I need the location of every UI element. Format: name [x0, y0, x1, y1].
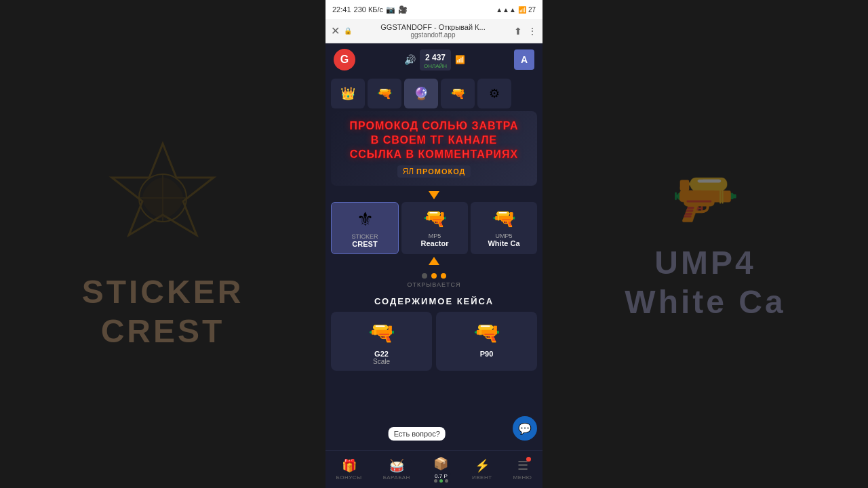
- promo-badge-label: ПРОМОКОД: [416, 167, 465, 176]
- browser-url-bar[interactable]: GGSTANDOFF - Открывай К... ggstandoff.ap…: [356, 23, 510, 39]
- bg-left-text: STICKER CREST: [82, 272, 244, 350]
- chat-bubble-button[interactable]: 💬: [513, 416, 537, 441]
- nav-dot-1: [439, 479, 443, 483]
- nav-case-badge: 0.7 Р: [431, 472, 451, 483]
- nav-bonuses-label: БОНУСЫ: [336, 474, 362, 481]
- dot-2: [441, 273, 446, 279]
- browser-share-icon[interactable]: ⬆: [514, 26, 522, 37]
- case-tab-2[interactable]: 🔮: [404, 79, 438, 108]
- bottom-nav: 🎁 БОНУСЫ 🥁 БАРАБАН 📦 0.7 Р: [326, 450, 542, 488]
- nav-dot-0: [434, 479, 437, 483]
- support-text: Есть вопрос?: [389, 427, 446, 441]
- user-avatar[interactable]: A: [514, 49, 534, 70]
- browser-bar: ✕ 🔒 GGSTANDOFF - Открывай К... ggstandof…: [326, 19, 542, 43]
- nav-menu-label: МЕНЮ: [513, 474, 532, 481]
- background-left: STICKER CREST: [0, 0, 326, 488]
- dot-1: [431, 273, 437, 279]
- app-content: G 🔊 2 437 ОНЛАЙН 📶 A 👑 🔫 🔮 🔫 ⚙ ПРОМОКОД …: [326, 43, 542, 488]
- nav-event-icon: ⚡: [475, 458, 490, 473]
- item-card-0[interactable]: 🔫 G22 Scale: [331, 312, 432, 371]
- nav-drum[interactable]: 🥁 БАРАБАН: [383, 458, 410, 481]
- spin-section: ⚜ STICKER CREST 🔫 MP5 Reactor 🔫 UMP5 Whi…: [326, 186, 542, 270]
- content-section: СОДЕРЖИМОЕ КЕЙСА 🔫 G22 Scale 🔫 P90: [326, 291, 542, 450]
- items-grid: 🔫 G22 Scale 🔫 P90: [331, 312, 537, 371]
- spin-item-2-name: White Ca: [488, 239, 519, 247]
- opens-label: ОТКРЫВАЕТСЯ: [326, 281, 542, 291]
- bg-emblem: [102, 137, 224, 259]
- video-icon: 🎥: [398, 5, 408, 14]
- sound-icon[interactable]: 🔊: [404, 54, 416, 65]
- nav-case[interactable]: 📦 0.7 Р: [431, 456, 451, 483]
- chat-bubble-icon: 💬: [518, 422, 532, 435]
- dots-row: [326, 270, 542, 281]
- content-title: СОДЕРЖИМОЕ КЕЙСА: [331, 296, 537, 306]
- nav-drum-label: БАРАБАН: [383, 474, 410, 481]
- spin-indicator-bottom: [429, 257, 439, 265]
- case-tab-3[interactable]: 🔫: [441, 79, 475, 108]
- wifi-icon: 📶: [455, 55, 465, 64]
- case-tab-1[interactable]: 🔫: [368, 79, 401, 108]
- signal-icon: ▲▲▲: [496, 6, 516, 14]
- spin-item-0-name: CREST: [352, 240, 377, 248]
- battery-status: 27: [528, 6, 536, 14]
- spin-item-2: 🔫 UMP5 White Ca: [471, 202, 537, 254]
- promo-badge[interactable]: ЯЛ ПРОМОКОД: [397, 165, 471, 178]
- nav-bonuses-icon: 🎁: [342, 458, 357, 473]
- nav-bonuses[interactable]: 🎁 БОНУСЫ: [336, 458, 362, 481]
- nav-drum-icon: 🥁: [389, 458, 404, 473]
- item-card-0-icon: 🔫: [336, 320, 427, 346]
- spin-item-0: ⚜ STICKER CREST: [331, 202, 399, 254]
- status-bar: 22:41 230 КБ/с 📷 🎥 ▲▲▲ 📶 27: [326, 0, 542, 19]
- nav-event-label: ИВЕНТ: [472, 474, 492, 481]
- camera-icon: 📷: [386, 5, 395, 14]
- item-card-1-icon: 🔫: [441, 320, 532, 346]
- spin-item-1-label: MP5: [429, 232, 441, 239]
- item-card-1-name: P90: [441, 350, 532, 358]
- promo-section: ПРОМОКОД СОЛЬЮ ЗАВТРА В СВОЕМ ТГ КАНАЛЕ …: [331, 111, 537, 186]
- nav-dot-2: [445, 479, 448, 483]
- browser-lock-icon: 🔒: [344, 27, 352, 35]
- bg-right-text: UMP4 White Ca: [625, 243, 785, 321]
- case-tabs: 👑 🔫 🔮 🔫 ⚙: [326, 76, 542, 111]
- item-card-1[interactable]: 🔫 P90: [436, 312, 537, 371]
- phone-frame: 22:41 230 КБ/с 📷 🎥 ▲▲▲ 📶 27 ✕ 🔒 GGSTANDO…: [326, 0, 542, 488]
- background-right: 🔫 UMP4 White Ca: [542, 0, 868, 488]
- spin-items-container: ⚜ STICKER CREST 🔫 MP5 Reactor 🔫 UMP5 Whi…: [331, 202, 537, 254]
- promo-text: ПРОМОКОД СОЛЬЮ ЗАВТРА В СВОЕМ ТГ КАНАЛЕ …: [339, 119, 529, 161]
- spin-item-0-label: STICKER: [351, 233, 378, 240]
- status-data-speed: 230 КБ/с: [354, 5, 384, 14]
- nav-case-icon: 📦: [433, 456, 448, 471]
- app-logo[interactable]: G: [334, 49, 355, 70]
- bg-right-gun: 🔫: [671, 166, 739, 230]
- online-badge: 2 437 ОНЛАЙН: [420, 49, 451, 70]
- spin-item-1-name: Reactor: [421, 239, 449, 247]
- spin-item-1: 🔫 MP5 Reactor: [401, 202, 468, 254]
- browser-close-button[interactable]: ✕: [331, 24, 340, 37]
- case-tab-0[interactable]: 👑: [331, 79, 365, 108]
- nav-menu[interactable]: ☰ МЕНЮ: [513, 458, 532, 481]
- wifi-status-icon: 📶: [518, 6, 526, 14]
- browser-menu-icon[interactable]: ⋮: [528, 26, 537, 37]
- nav-menu-icon: ☰: [517, 458, 528, 473]
- spin-item-1-icon: 🔫: [423, 207, 447, 230]
- status-time: 22:41: [332, 5, 351, 14]
- dot-0: [422, 273, 427, 279]
- spin-item-2-label: UMP5: [495, 232, 512, 239]
- item-card-0-sub: Scale: [336, 358, 427, 365]
- spin-item-0-icon: ⚜: [357, 208, 374, 230]
- case-tab-4[interactable]: ⚙: [477, 79, 511, 108]
- promo-badge-icon: ЯЛ: [403, 167, 414, 176]
- app-header: G 🔊 2 437 ОНЛАЙН 📶 A: [326, 43, 542, 76]
- nav-event[interactable]: ⚡ ИВЕНТ: [472, 458, 492, 481]
- spin-indicator-top: [429, 191, 439, 199]
- item-card-0-name: G22: [336, 350, 427, 358]
- spin-item-2-icon: 🔫: [492, 207, 516, 230]
